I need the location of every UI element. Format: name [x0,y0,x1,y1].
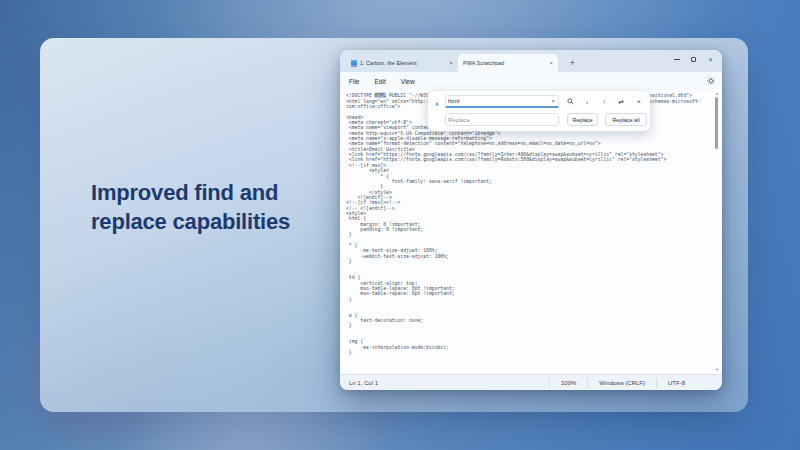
replace-input[interactable] [448,117,556,123]
replace-button[interactable]: Replace [567,113,598,126]
menu-bar: File Edit View [340,72,722,90]
tab-close-icon[interactable]: × [449,60,453,66]
cursor-position: Ln 1, Col 1 [340,380,378,386]
text-editor-area[interactable]: <!DOCTYPE HTML PUBLIC "-//W3C//DTD XHTML… [340,90,722,374]
find-input[interactable] [448,98,550,104]
notepad-window: 1. Carbon, the Element × PWA Scratchpad … [340,50,722,390]
close-find-icon[interactable]: × [632,95,646,108]
window-caption-buttons: × [668,52,719,66]
zoom-level: 100% [549,378,587,388]
headline-line-1: Improved find and [91,178,331,207]
find-options-icon[interactable]: ⇄ [614,95,628,108]
scrollbar-track[interactable] [713,96,721,367]
encoding: UTF-8 [656,378,696,388]
scrollbar-thumb[interactable] [715,97,718,149]
replace-all-button[interactable]: Replace all [605,113,647,126]
settings-gear-icon[interactable] [707,77,715,86]
tab-bar: 1. Carbon, the Element × PWA Scratchpad … [340,50,722,72]
collapse-replace-button[interactable]: ∧ [431,97,443,109]
tab-close-icon[interactable]: × [549,60,553,66]
document-icon [351,60,357,67]
replace-field [445,113,559,126]
scroll-down-icon[interactable]: ▼ [715,367,719,372]
tab-pwa-scratchpad[interactable]: PWA Scratchpad × [458,54,558,72]
status-right-cluster: 100% Windows (CRLF) UTF-8 [549,375,696,390]
minimize-icon [674,59,680,60]
headline-line-2: replace capabilities [91,207,331,236]
feature-headline: Improved find and replace capabilities [91,178,331,236]
search-icon[interactable] [563,95,577,108]
tab-label: PWA Scratchpad [463,60,546,66]
minimize-button[interactable] [668,52,685,66]
close-button[interactable]: × [702,52,719,66]
clear-find-icon[interactable]: × [550,98,556,104]
vertical-scrollbar[interactable]: ▲ ▼ [713,91,721,372]
find-replace-flyout: ∧ × ↓ ↑ ⇄ × Replace Replace all [428,91,650,131]
find-previous-icon[interactable]: ↑ [597,95,611,108]
status-bar: Ln 1, Col 1 100% Windows (CRLF) UTF-8 [340,374,722,390]
menu-edit[interactable]: Edit [374,78,385,85]
menu-file[interactable]: File [349,78,359,85]
line-endings: Windows (CRLF) [587,378,656,388]
menu-view[interactable]: View [401,78,415,85]
tab-label: 1. Carbon, the Element [360,60,446,66]
find-field: × [445,95,559,108]
code-content: <!DOCTYPE HTML PUBLIC "-//W3C//DTD XHTML… [346,93,716,355]
tab-carbon-the-element[interactable]: 1. Carbon, the Element × [346,54,458,72]
close-icon: × [708,56,712,63]
find-next-icon[interactable]: ↓ [580,95,594,108]
maximize-button[interactable] [685,52,702,66]
new-tab-button[interactable]: + [566,56,579,69]
maximize-icon [691,57,696,62]
